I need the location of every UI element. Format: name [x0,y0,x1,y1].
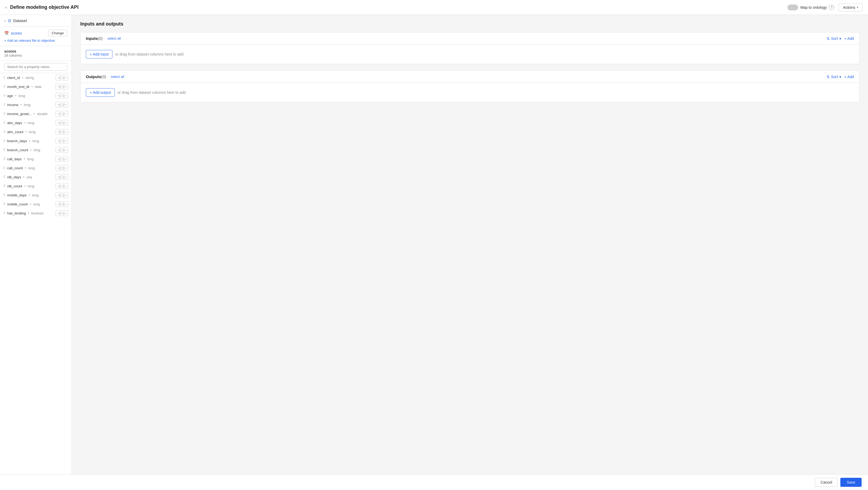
add-as-input-icon[interactable]: →] [56,165,61,171]
add-as-input-icon[interactable]: →] [56,201,61,207]
drag-handle-icon[interactable]: ⠿ [3,148,6,152]
save-button[interactable]: Save [840,478,862,487]
outputs-sort-button[interactable]: ⇅ Sort ▾ [827,75,841,79]
col-dot: • [29,139,30,143]
column-actions: →] [→ [56,192,68,198]
outputs-sort-label: Sort [831,75,838,79]
inputs-count: (0) [98,36,102,41]
drag-handle-icon[interactable]: ⠿ [3,85,6,89]
outputs-drag-text: or drag from dataset columns here to add [118,90,186,95]
add-as-output-icon[interactable]: [→ [62,129,68,135]
list-item: ⠿ atm_days • long →] [→ [0,118,71,127]
add-as-output-icon[interactable]: [→ [62,93,68,99]
search-input[interactable] [4,63,67,71]
inputs-sort-button[interactable]: ⇅ Sort ▾ [827,36,841,41]
drag-handle-icon[interactable]: ⠿ [3,130,6,134]
drag-handle-icon[interactable]: ⠿ [3,184,6,188]
col-dot: • [24,157,25,161]
column-actions: →] [→ [56,84,68,90]
list-item: ⠿ branch_count • long →] [→ [0,145,71,154]
drag-handle-icon[interactable]: ⠿ [3,94,6,97]
add-as-output-icon[interactable]: [→ [62,111,68,117]
search-box [0,61,71,73]
actions-button[interactable]: Actions ▾ [838,3,863,11]
column-name: age [7,94,13,98]
drag-handle-icon[interactable]: ⠿ [3,76,6,80]
outputs-add-button[interactable]: + Add [844,75,854,79]
col-dot: • [28,211,29,215]
drag-handle-icon[interactable]: ⠿ [3,166,6,170]
add-as-input-icon[interactable]: →] [56,174,61,180]
outputs-select-all[interactable]: select all [111,75,124,79]
add-as-output-icon[interactable]: [→ [62,201,68,207]
column-type: boolean [31,211,43,215]
add-as-output-icon[interactable]: [→ [62,156,68,162]
add-output-button[interactable]: + Add output [86,88,115,97]
list-item: ⠿ has_lending • boolean →] [→ [0,209,71,218]
add-input-button[interactable]: + Add input [86,50,113,58]
add-as-input-icon[interactable]: →] [56,183,61,189]
add-as-output-icon[interactable]: [→ [62,138,68,144]
add-as-output-icon[interactable]: [→ [62,174,68,180]
change-button[interactable]: Change [48,30,67,36]
actions-label: Actions [843,5,855,9]
add-as-output-icon[interactable]: [→ [62,75,68,81]
drag-handle-icon[interactable]: ⠿ [3,202,6,206]
list-item: ⠿ branch_days • long →] [→ [0,136,71,145]
column-name: has_lending [7,211,26,215]
add-as-input-icon[interactable]: →] [56,192,61,198]
drag-handle-icon[interactable]: ⠿ [3,193,6,197]
add-as-input-icon[interactable]: →] [56,111,61,117]
column-name: income_growt... [7,112,32,116]
list-item: ⠿ income_growt... • double →] [→ [0,109,71,118]
drag-handle-icon[interactable]: ⠿ [3,157,6,161]
add-as-output-icon[interactable]: [→ [62,192,68,198]
drag-handle-icon[interactable]: ⠿ [3,103,6,106]
add-as-input-icon[interactable]: →] [56,93,61,99]
column-type: double [37,112,48,116]
add-as-output-icon[interactable]: [→ [62,120,68,126]
add-as-output-icon[interactable]: [→ [62,84,68,90]
outputs-header-right: ⇅ Sort ▾ + Add [827,75,854,79]
add-as-input-icon[interactable]: →] [56,156,61,162]
back-button[interactable]: ‹ [5,4,7,10]
column-name: atm_days [7,121,22,125]
drag-handle-icon[interactable]: ⠿ [3,121,6,125]
inputs-add-button[interactable]: + Add [844,36,854,41]
add-as-output-icon[interactable]: [→ [62,165,68,171]
section-title: Inputs and outputs [80,21,860,27]
add-as-output-icon[interactable]: [→ [62,102,68,108]
add-relevant-button[interactable]: + Add as relevant file to objective [4,38,67,42]
drag-handle-icon[interactable]: ⠿ [3,211,6,215]
help-icon[interactable]: ? [829,5,834,10]
add-as-input-icon[interactable]: →] [56,75,61,81]
add-as-input-icon[interactable]: →] [56,147,61,153]
drag-handle-icon[interactable]: ⠿ [3,175,6,179]
add-as-input-icon[interactable]: →] [56,120,61,126]
add-as-input-icon[interactable]: →] [56,102,61,108]
column-name: mobile_count [7,202,28,206]
add-as-output-icon[interactable]: [→ [62,183,68,189]
map-ontology-toggle[interactable] [787,4,798,10]
outputs-header: Outputs (0) · select all ⇅ Sort ▾ + Add [81,71,859,83]
sort-chevron-icon: ▾ [839,36,841,41]
drag-handle-icon[interactable]: ⠿ [3,139,6,143]
drag-handle-icon[interactable]: ⠿ [3,112,6,116]
list-item: ⠿ mobile_days • long →] [→ [0,190,71,200]
add-as-output-icon[interactable]: [→ [62,210,68,216]
column-actions: →] [→ [56,147,68,153]
sidebar-header: ‹ ⊞ Dataset [0,15,71,27]
file-name-link[interactable]: scores [11,31,22,35]
add-as-input-icon[interactable]: →] [56,138,61,144]
footer: Cancel Save [0,474,868,490]
add-as-input-icon[interactable]: →] [56,129,61,135]
add-as-input-icon[interactable]: →] [56,210,61,216]
list-item: ⠿ mobile_count • long →] [→ [0,200,71,209]
cancel-button[interactable]: Cancel [815,478,838,487]
add-as-output-icon[interactable]: [→ [62,147,68,153]
inputs-select-all[interactable]: select all [107,36,121,40]
sidebar-back-button[interactable]: ‹ [4,19,6,23]
add-as-input-icon[interactable]: →] [56,84,61,90]
inputs-drag-text: or drag from dataset columns here to add [115,52,183,56]
column-name: call_count [7,166,23,170]
